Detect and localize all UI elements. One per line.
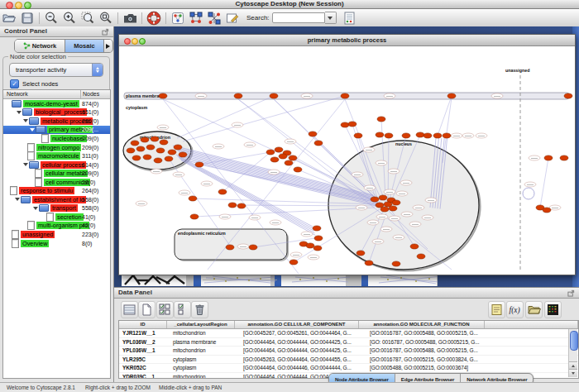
open-file-button[interactable] (0, 10, 18, 26)
network-node[interactable] (376, 132, 384, 137)
table-cell[interactable]: YKR052C (119, 364, 170, 372)
network-node[interactable] (285, 160, 293, 165)
node-color-dropdown[interactable]: transporter activity (9, 63, 103, 77)
table-row[interactable]: YKR052Ccytoplasm[GO:0044464, GO:0044446,… (119, 364, 578, 373)
network-node[interactable] (234, 93, 242, 98)
network-window-titlebar[interactable]: primary metabolic process (119, 35, 575, 46)
table-scrollbar[interactable] (568, 329, 577, 377)
tree-row[interactable]: Overview8(0) (3, 239, 110, 248)
zoom-fit-button[interactable] (97, 10, 115, 26)
network-node[interactable] (279, 154, 287, 159)
network-node[interactable] (294, 167, 302, 172)
network-node[interactable] (275, 147, 283, 152)
network-node[interactable] (195, 162, 203, 167)
network-node[interactable] (154, 158, 162, 163)
network-node[interactable] (270, 93, 278, 98)
network-node[interactable] (218, 189, 227, 194)
network-node[interactable] (226, 245, 234, 250)
network-node[interactable] (132, 155, 141, 160)
network-node[interactable] (290, 260, 298, 265)
delete-attribute-button[interactable] (191, 301, 208, 318)
table-cell[interactable]: [GO: 0016787, GO:0005488, GO:0005215, G.… (366, 338, 495, 347)
network-node[interactable] (392, 261, 400, 266)
network-node[interactable] (433, 133, 442, 138)
table-cell[interactable]: [GO:0016787, GO:0005215, GO:0003824, G..… (366, 356, 495, 364)
table-cell[interactable]: [GO:0005488, GO:0005215, GO:0003674] (366, 364, 495, 372)
table-cell[interactable]: YJR121W__1 (119, 329, 170, 337)
network-node[interactable] (309, 131, 317, 136)
network-snapshot-button[interactable] (121, 10, 139, 26)
tree-row[interactable]: nucleobase-209(0) (3, 134, 110, 143)
disclosure-triangle-icon[interactable] (23, 119, 28, 122)
tab-overflow-arrow[interactable] (103, 40, 112, 52)
float-panel-icon[interactable] (102, 28, 109, 36)
select-all-rows-button[interactable] (121, 301, 138, 318)
network-node[interactable] (146, 145, 155, 150)
network-node[interactable] (160, 140, 168, 145)
network-node[interactable] (143, 155, 151, 160)
network-node[interactable] (190, 214, 199, 219)
table-row[interactable]: YPL036W__1mitochondrion[GO:0044464, GO:0… (119, 347, 578, 356)
table-cell[interactable]: cytoplasm (170, 364, 240, 372)
network-node[interactable] (168, 150, 176, 155)
function-builder-button[interactable]: f(x) (506, 301, 524, 318)
disclosure-triangle-icon[interactable] (30, 128, 35, 131)
tree-row[interactable]: mosaic-demo-yeast874(0) (3, 99, 110, 108)
tree-row[interactable]: cellular process614(0) (3, 160, 110, 170)
network-node[interactable] (385, 133, 393, 138)
network-canvas[interactable]: plasma membranecytoplasmmitochondrionnuc… (119, 46, 575, 274)
table-cell[interactable]: mitochondrion (170, 347, 240, 355)
network-node[interactable] (270, 157, 279, 162)
tree-row[interactable]: response to stimulu264(0) (3, 186, 110, 195)
table-row[interactable]: YPL036W__2plasma membrane[GO:0044464, GO… (119, 338, 578, 347)
network-node[interactable] (560, 155, 568, 160)
disclosure-triangle-icon[interactable] (23, 163, 28, 166)
search-input[interactable] (272, 12, 325, 23)
network-node[interactable] (289, 155, 297, 160)
tree-row[interactable]: nitrogen compo209(0) (3, 143, 110, 152)
network-node[interactable] (447, 93, 456, 98)
network-node[interactable] (249, 245, 257, 250)
network-node[interactable] (228, 203, 237, 208)
table-row[interactable]: YLR295Ccytoplasm[GO:0045263, GO:0044464,… (119, 356, 578, 365)
tree-row[interactable]: multi-organism pro42(0) (3, 222, 110, 231)
network-node[interactable] (354, 133, 362, 138)
disclosure-triangle-icon[interactable] (33, 207, 38, 210)
network-node[interactable] (365, 261, 373, 265)
table-cell[interactable]: plasma membrane (170, 338, 240, 347)
network-node[interactable] (402, 133, 410, 138)
network-node[interactable] (165, 156, 173, 161)
unselect-attributes-button[interactable] (174, 301, 191, 318)
network-node[interactable] (127, 148, 135, 153)
tree-row[interactable]: secretion41(0) (3, 213, 110, 222)
network-node[interactable] (410, 244, 419, 249)
select-nodes-checkbox[interactable]: ✓ (10, 79, 19, 88)
network-node[interactable] (313, 246, 322, 251)
table-cell[interactable]: mitochondrion (170, 329, 240, 337)
table-cell[interactable]: YPL036W__2 (119, 338, 170, 347)
tree-row[interactable]: cellular metabo209(0) (3, 169, 110, 178)
network-node[interactable] (544, 155, 553, 160)
network-node[interactable] (237, 203, 246, 208)
network-node[interactable] (423, 133, 432, 138)
network-node[interactable] (306, 243, 314, 248)
network-node[interactable] (136, 146, 145, 151)
network-node[interactable] (377, 117, 385, 122)
table-cell[interactable]: [GO:0016787, GO:0005488, GO:0005215, G..… (366, 347, 495, 355)
network-node[interactable] (341, 122, 349, 127)
tree-row[interactable]: cell communicat22(0) (3, 178, 110, 187)
annotate-button[interactable] (223, 10, 242, 26)
network-node[interactable] (159, 93, 167, 98)
zoom-out-button[interactable] (42, 10, 60, 26)
network-node[interactable] (189, 196, 197, 201)
network-node[interactable] (443, 133, 451, 138)
network-node[interactable] (371, 197, 379, 202)
network-node[interactable] (151, 136, 159, 141)
network-node[interactable] (131, 141, 139, 146)
help-button[interactable] (145, 10, 163, 26)
layout-network-button[interactable] (187, 10, 205, 26)
select-attributes-button[interactable] (156, 301, 174, 318)
table-row[interactable]: YJR121W__1mitochondrion[GO:0045267, GO:0… (119, 329, 578, 338)
table-cell[interactable]: [GO:0044464, GO:0044444, GO:0044425, G..… (240, 338, 366, 347)
table-cell[interactable]: YDR039C__1 (119, 373, 170, 379)
